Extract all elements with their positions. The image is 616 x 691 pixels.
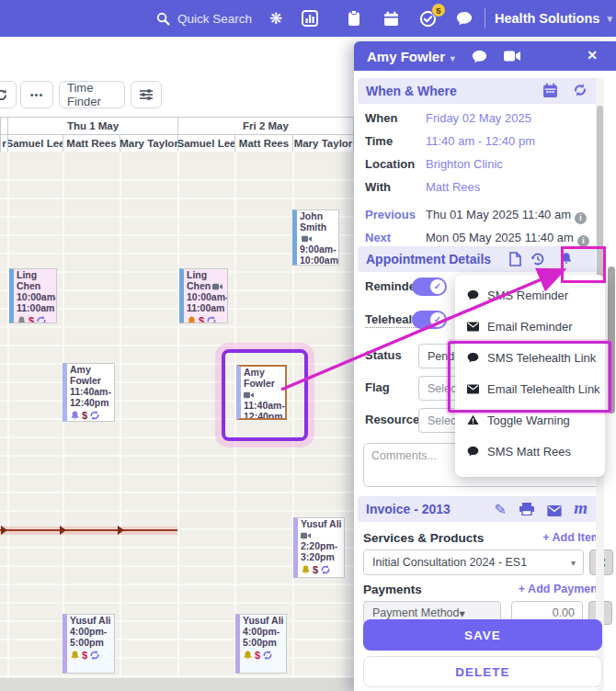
payment-icon: $ <box>313 564 318 576</box>
payment-icon: $ <box>82 650 87 662</box>
appointment-time: 11:40am-12:40pm <box>70 387 112 409</box>
add-payment-link[interactable]: + Add Payment <box>519 583 601 595</box>
calendar-column-thu-samuel[interactable] <box>7 152 63 678</box>
notification-badge: 5 <box>431 3 446 17</box>
appointment-card[interactable]: Yusuf Ali 2:20pm-3:20pm $ <box>293 517 345 578</box>
appointment-card[interactable]: John Smith 9:00am-10:00am $ <box>292 210 339 266</box>
payments-label: Payments <box>363 583 422 596</box>
window-scrollbar-thumb[interactable] <box>608 266 615 413</box>
day-header: Fri 2 May <box>177 117 354 135</box>
appointment-card[interactable]: Ling Chen 10:00am-11:00am $ <box>179 268 228 323</box>
sms-icon <box>467 446 479 457</box>
next-label[interactable]: Next <box>365 231 391 244</box>
info-icon[interactable]: i <box>575 212 587 224</box>
recurring-icon <box>36 315 47 323</box>
time-arrow-icon <box>60 526 66 535</box>
appointment-card[interactable]: Yusuf Ali 4:00pm-5:00pm $ <box>235 614 287 674</box>
service-select[interactable]: Initial Consultation 2024 - ES1▾ <box>363 549 584 575</box>
menu-item-sms-matt-rees[interactable]: SMS Matt Rees <box>455 436 605 467</box>
print-icon[interactable] <box>519 503 534 519</box>
calendar-column-thu-mary[interactable] <box>120 152 177 678</box>
recurring-icon <box>89 410 100 421</box>
refresh-button-partial[interactable] <box>0 81 17 108</box>
apps-icon[interactable]: ❋ <box>262 0 290 37</box>
history-icon[interactable] <box>530 252 545 270</box>
org-menu[interactable]: Health Solutions ▾ <box>495 0 612 37</box>
delete-button[interactable]: DELETE <box>363 656 602 687</box>
appointment-time: 4:00pm-5:00pm <box>243 627 284 649</box>
client-name-menu[interactable]: Amy Fowler ▾ <box>367 49 455 64</box>
bell-icon <box>301 564 311 575</box>
appointment-client: Amy Fowler <box>70 364 101 386</box>
org-name: Health Solutions <box>495 11 599 26</box>
clinician-header: Mary Taylor <box>292 134 354 153</box>
menu-item-email-reminder[interactable]: Email Reminder <box>455 311 605 342</box>
reports-icon[interactable] <box>296 0 324 37</box>
menu-item-toggle-warning[interactable]: Toggle Warning <box>455 404 605 436</box>
email-invoice-icon[interactable] <box>547 504 562 520</box>
clinician-header: Mary Taylor <box>120 134 178 153</box>
more-options-button[interactable]: ••• <box>20 81 53 108</box>
clinician-header: Samuel Lee <box>7 134 63 153</box>
appointment-card[interactable]: Amy Fowler 11:40am-12:40pm $ <box>63 363 115 422</box>
calendar-icon[interactable] <box>377 0 405 37</box>
time-value[interactable]: 11:40 am - 12:40 pm <box>426 134 535 148</box>
close-icon[interactable]: ✕ <box>587 48 598 62</box>
sms-client-icon[interactable] <box>472 50 487 63</box>
video-icon <box>244 391 254 399</box>
appointment-time: 2:20pm-3:20pm <box>301 541 342 563</box>
clipboard-icon[interactable] <box>340 0 368 37</box>
appointment-card[interactable]: Ling Chen 10:00am-11:00am $ <box>9 268 57 323</box>
location-value[interactable]: Brighton Clinic <box>426 157 503 171</box>
toggle-check: ✓ <box>430 279 445 294</box>
chevron-down-icon: ▾ <box>607 13 612 25</box>
chevron-down-icon: ▾ <box>448 53 455 63</box>
telehealth-toggle[interactable]: ✓ <box>412 311 447 329</box>
appointment-client: Amy Fowler <box>244 367 275 389</box>
video-icon <box>301 532 311 539</box>
appointment-time: 10:00am-11:00am <box>17 292 54 314</box>
refresh-icon[interactable] <box>573 83 587 101</box>
copy-icon[interactable] <box>508 252 521 270</box>
invoice-header: Invoice - 2013 ✎ m <box>358 496 602 522</box>
appointment-time: 4:00pm-5:00pm <box>70 627 112 649</box>
previous-label[interactable]: Previous <box>365 208 416 221</box>
filter-settings-button[interactable] <box>131 81 162 108</box>
video-icon <box>302 235 312 243</box>
telehealth-video-icon[interactable] <box>504 51 520 62</box>
bell-icon[interactable] <box>560 251 573 269</box>
appointment-panel: Amy Fowler ▾ ✕ When & Where When Friday … <box>354 41 616 691</box>
appointment-client: John Smith <box>300 210 326 232</box>
recurring-icon <box>262 650 273 661</box>
messages-icon[interactable] <box>451 0 478 37</box>
quick-search[interactable]: Quick Search <box>156 0 252 37</box>
with-label: With <box>365 180 391 194</box>
medicare-icon[interactable]: m <box>574 498 587 518</box>
search-icon <box>156 12 170 26</box>
with-value[interactable]: Matt Rees <box>426 180 480 194</box>
appointment-card-selected[interactable]: Amy Fowler 11:40am-12:40pm <box>236 365 287 420</box>
clinician-header: Matt Rees <box>63 134 120 153</box>
menu-item-sms-reminder[interactable]: SMS Reminder <box>455 279 605 311</box>
menu-item-sms-telehealth-link[interactable]: SMS Telehealth Link <box>455 342 605 373</box>
recurring-icon <box>206 315 217 323</box>
appointment-client: Ling Chen <box>187 269 211 291</box>
calendar-column-fri-samuel[interactable] <box>177 152 234 678</box>
calendar-icon[interactable] <box>542 83 558 102</box>
appointment-card[interactable]: Yusuf Ali 4:00pm-5:00pm $ <box>63 614 115 674</box>
save-button[interactable]: SAVE <box>363 619 602 651</box>
time-finder-button[interactable]: Time Finder <box>59 81 125 108</box>
reminder-toggle[interactable]: ✓ <box>412 278 447 296</box>
calendar-column[interactable] <box>0 152 7 678</box>
previous-value: Thu 01 May 2025 11:40 ami <box>426 208 587 224</box>
edit-icon[interactable]: ✎ <box>495 501 507 518</box>
sliders-icon <box>139 88 154 101</box>
appointment-time: 10:00am-11:00am <box>187 292 225 314</box>
services-products-label: Services & Products <box>363 531 484 545</box>
warning-icon <box>467 414 479 425</box>
reminder-actions-menu: SMS Reminder Email Reminder SMS Teleheal… <box>455 275 605 477</box>
location-label: Location <box>365 157 415 171</box>
when-value[interactable]: Friday 02 May 2025 <box>426 111 531 125</box>
menu-item-email-telehealth-link[interactable]: Email Telehealth Link <box>455 373 605 404</box>
add-item-link[interactable]: + Add Item <box>542 531 601 544</box>
